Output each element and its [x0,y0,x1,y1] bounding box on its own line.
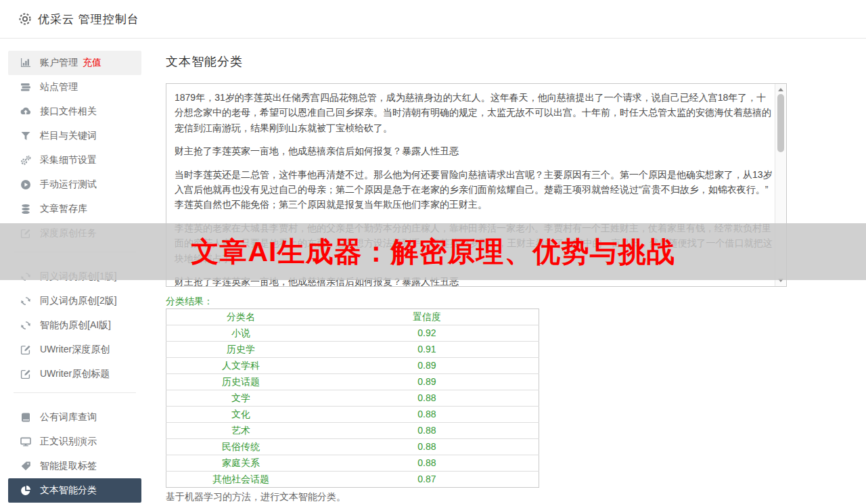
table-row: 历史话题0.89 [166,374,539,390]
sidebar-item-6[interactable]: 文章暂存库 [8,197,141,221]
site-list-icon [20,82,31,93]
category-cell: 其他社会话题 [166,472,315,488]
promo-overlay-text: 文章AI生成器：解密原理、优势与挑战 [191,233,675,271]
category-cell: 民俗传统 [166,439,315,455]
category-cell: 历史学 [166,342,315,358]
confidence-cell: 0.89 [315,358,539,374]
database-icon [20,204,31,214]
results-table: 分类名 置信度 小说0.92历史学0.91人文学科0.89历史话题0.89文学0… [166,308,539,488]
category-cell: 艺术 [166,423,315,439]
sidebar-item-15[interactable]: 智能提取标签 [8,454,141,478]
confidence-cell: 0.88 [315,439,539,455]
confidence-cell: 0.92 [315,325,539,342]
category-cell: 家庭关系 [166,455,315,472]
tag-icon [20,461,31,472]
category-cell: 人文学科 [166,358,315,374]
pie-chart-icon [20,485,31,496]
sidebar-item-5[interactable]: 手动运行测试 [8,173,141,197]
sidebar-item-0[interactable]: 账户管理 充值 [8,51,141,75]
table-row: 人文学科0.89 [166,358,539,374]
sidebar-item-2[interactable]: 接口文件相关 [8,99,141,124]
play-circle-icon [20,179,31,190]
sidebar-item-1[interactable]: 站点管理 [8,75,141,99]
promo-overlay-banner: 文章AI生成器：解密原理、优势与挑战 [0,223,866,280]
cloud-upload-icon [20,106,31,117]
scroll-up-arrow-icon[interactable] [778,88,783,91]
app-title: 优采云 管理控制台 [38,0,139,39]
category-cell: 文化 [166,407,315,423]
sidebar-item-10[interactable]: 智能伪原创[AI版] [8,313,141,338]
results-label: 分类结果： [166,296,213,308]
table-row: 艺术0.88 [166,423,539,439]
sidebar-item-3[interactable]: 栏目与关键词 [8,124,141,148]
book-icon [20,412,31,423]
sidebar-item-16[interactable]: 文本智能分类 [8,478,141,503]
sidebar-item-11[interactable]: UWriter深度原创 [8,338,141,362]
recharge-badge[interactable]: 充值 [83,57,101,69]
table-row: 文学0.88 [166,390,539,407]
article-paragraph: 财主抢了李莲英家一亩地，他成慈禧亲信后如何报复？暴露人性丑恶 [175,143,773,158]
sidebar-item-4[interactable]: 采集细节设置 [8,148,141,173]
confidence-cell: 0.91 [315,342,539,358]
top-header: 优采云 管理控制台 [0,0,866,39]
table-row: 家庭关系0.88 [166,455,539,472]
refresh-icon [20,296,31,306]
sidebar-item-14[interactable]: 正文识别演示 [8,430,141,454]
bar-chart-icon [20,58,31,68]
table-row: 文化0.88 [166,407,539,423]
table-row: 小说0.92 [166,325,539,342]
confidence-cell: 0.88 [315,407,539,423]
funnel-icon [20,131,31,141]
edit-icon [20,369,31,380]
table-row: 历史学0.91 [166,342,539,358]
table-row: 其他社会话题0.87 [166,472,539,488]
sidebar-item-12[interactable]: UWriter原创标题 [8,362,141,386]
page-title: 文本智能分类 [166,53,243,70]
refresh-icon [20,320,31,331]
confidence-cell: 0.88 [315,390,539,407]
sidebar-item-9[interactable]: 同义词伪原创[2版] [8,289,141,313]
table-body: 小说0.92历史学0.91人文学科0.89历史话题0.89文学0.88文化0.8… [166,325,539,488]
sidebar-item-13[interactable]: 公有词库查询 [8,405,141,430]
category-cell: 历史话题 [166,374,315,390]
column-header-confidence: 置信度 [315,309,539,325]
edit-icon [20,344,31,355]
confidence-cell: 0.88 [315,423,539,439]
footnote-text: 基于机器学习的方法，进行文本智能分类。 [166,491,346,503]
table-header-row: 分类名 置信度 [166,309,539,325]
monitor-icon [20,436,31,447]
gear-icon [18,12,32,26]
confidence-cell: 0.87 [315,472,539,488]
confidence-cell: 0.88 [315,455,539,472]
scrollbar-thumb[interactable] [777,94,784,152]
gears-icon [20,155,31,166]
column-header-category: 分类名 [166,309,315,325]
category-cell: 文学 [166,390,315,407]
article-paragraph: 当时李莲英还是二总管，这件事他再清楚不过。那么他为何还要冒险向慈禧请求出宫呢？主… [175,167,773,212]
article-paragraph: 1879年，31岁的李莲英出任储秀宫四品花翎总管，成为慈禧身边的大红人。这年春天… [175,90,773,135]
sidebar-divider [8,392,141,405]
table-row: 民俗传统0.88 [166,439,539,455]
category-cell: 小说 [166,325,315,342]
confidence-cell: 0.89 [315,374,539,390]
app-window: 优采云 管理控制台 账户管理 充值 站点管理 接口文件相关 栏目与关键词 采集细… [0,0,866,504]
